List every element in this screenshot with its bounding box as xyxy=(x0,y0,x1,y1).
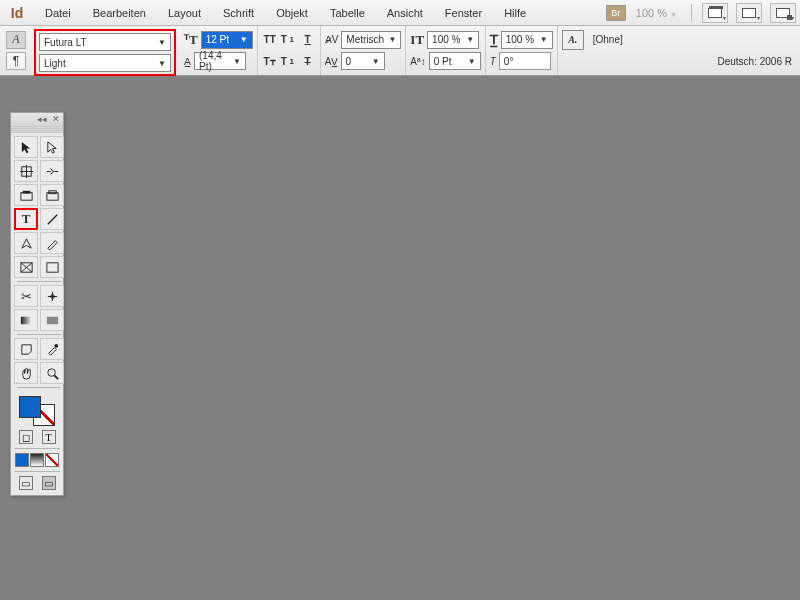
menu-datei[interactable]: Datei xyxy=(34,0,82,25)
font-style-value: Light xyxy=(44,58,66,69)
gradient-swatch-tool[interactable] xyxy=(14,309,38,331)
svg-rect-15 xyxy=(20,316,31,324)
strike-button[interactable]: T xyxy=(300,53,316,69)
workspace-icon[interactable]: ▾ xyxy=(770,3,796,23)
language-value[interactable]: Deutsch: 2006 R xyxy=(718,56,793,67)
skew-field[interactable]: 0° xyxy=(499,52,551,70)
font-size-icon: ᵀT xyxy=(184,32,198,48)
app-logo: Id xyxy=(0,5,34,21)
hscale-value: 100 % xyxy=(506,34,534,45)
skew-icon: T xyxy=(490,56,496,67)
note-tool[interactable] xyxy=(14,338,38,360)
apply-none-button[interactable] xyxy=(45,453,59,467)
svg-line-9 xyxy=(47,214,56,223)
vscale-dropdown[interactable]: 100 %▼ xyxy=(427,31,479,49)
rect-frame-tool[interactable] xyxy=(14,256,38,278)
menu-ansicht[interactable]: Ansicht xyxy=(376,0,434,25)
apply-gradient-button[interactable] xyxy=(30,453,44,467)
hscale-icon: T̲ xyxy=(490,32,498,48)
char-mode-button[interactable]: A xyxy=(6,31,26,49)
menu-bearbeiten[interactable]: Bearbeiten xyxy=(82,0,157,25)
vscale-icon: IT xyxy=(410,32,424,48)
menu-fenster[interactable]: Fenster xyxy=(434,0,493,25)
hscale-dropdown[interactable]: 100 %▼ xyxy=(501,31,553,49)
font-size-dropdown[interactable]: 12 Pt▼ xyxy=(201,31,253,49)
pencil-tool[interactable] xyxy=(40,232,64,254)
tools-panel: ◂◂ ✕ T ✂ ◻ T xyxy=(10,112,64,496)
svg-point-18 xyxy=(47,368,55,376)
bridge-button[interactable]: Br xyxy=(606,5,626,21)
menu-tabelle[interactable]: Tabelle xyxy=(319,0,376,25)
free-transform-tool[interactable] xyxy=(40,285,64,307)
skew-value: 0° xyxy=(504,56,514,67)
font-style-dropdown[interactable]: Light▼ xyxy=(39,54,171,72)
view-mode-preview[interactable]: ▭ xyxy=(42,476,56,490)
kerning-dropdown[interactable]: Metrisch▼ xyxy=(341,31,401,49)
kerning-value: Metrisch xyxy=(346,34,384,45)
char-style-icon: A. xyxy=(562,30,584,50)
subscript-button[interactable]: T1 xyxy=(281,53,297,69)
format-text-button[interactable]: T xyxy=(42,430,56,444)
smallcaps-button[interactable]: Tᴛ xyxy=(262,53,278,69)
selection-tool[interactable] xyxy=(14,136,38,158)
scissors-tool[interactable]: ✂ xyxy=(14,285,38,307)
leading-value: (14,4 Pt) xyxy=(199,50,233,72)
eyedropper-tool[interactable] xyxy=(40,338,64,360)
svg-point-17 xyxy=(54,343,58,347)
content-collector-tool[interactable] xyxy=(14,184,38,206)
arrange-docs-icon[interactable]: ▾ xyxy=(736,3,762,23)
kerning-icon: A̷V xyxy=(325,34,339,45)
svg-rect-16 xyxy=(46,316,57,324)
menu-schrift[interactable]: Schrift xyxy=(212,0,265,25)
superscript-button[interactable]: T1 xyxy=(281,32,297,48)
allcaps-button[interactable]: TT xyxy=(262,32,278,48)
tracking-value: 0 xyxy=(346,56,352,67)
line-tool[interactable] xyxy=(40,208,64,230)
fill-swatch[interactable] xyxy=(19,396,41,418)
char-style-value[interactable]: [Ohne] xyxy=(593,34,623,45)
svg-rect-5 xyxy=(20,192,31,200)
type-tool[interactable]: T xyxy=(14,208,38,230)
menu-hilfe[interactable]: Hilfe xyxy=(493,0,537,25)
font-selection-highlight: Futura LT▼ Light▼ xyxy=(34,29,176,76)
caps-group: TT T1 T xyxy=(262,30,316,50)
leading-dropdown[interactable]: (14,4 Pt)▼ xyxy=(194,52,246,70)
svg-rect-13 xyxy=(46,262,57,271)
menu-objekt[interactable]: Objekt xyxy=(265,0,319,25)
baseline-dropdown[interactable]: 0 Pt▼ xyxy=(429,52,481,70)
view-mode-normal[interactable]: ▭ xyxy=(19,476,33,490)
zoom-tool[interactable] xyxy=(40,362,64,384)
menu-bar: Id Datei Bearbeiten Layout Schrift Objek… xyxy=(0,0,800,26)
hand-tool[interactable] xyxy=(14,362,38,384)
baseline-value: 0 Pt xyxy=(434,56,452,67)
gap-tool[interactable] xyxy=(40,160,64,182)
zoom-display[interactable]: 100 %▼ xyxy=(636,7,677,19)
content-placer-tool[interactable] xyxy=(40,184,64,206)
fill-stroke-swatch[interactable] xyxy=(19,396,55,426)
direct-selection-tool[interactable] xyxy=(40,136,64,158)
tracking-icon: AV̲ xyxy=(325,56,338,67)
font-family-value: Futura LT xyxy=(44,37,87,48)
tools-grip[interactable] xyxy=(11,125,63,133)
baseline-icon: Aª↕ xyxy=(410,56,425,67)
control-bar: A ¶ Futura LT▼ Light▼ ᵀT 12 Pt▼ A̲ (14,4… xyxy=(0,26,800,76)
screen-mode-icon[interactable]: ▾ xyxy=(702,3,728,23)
gradient-feather-tool[interactable] xyxy=(40,309,64,331)
apply-color-button[interactable] xyxy=(15,453,29,467)
menu-layout[interactable]: Layout xyxy=(157,0,212,25)
tracking-dropdown[interactable]: 0▼ xyxy=(341,52,385,70)
page-tool[interactable] xyxy=(14,160,38,182)
format-container-button[interactable]: ◻ xyxy=(19,430,33,444)
rectangle-tool[interactable] xyxy=(40,256,64,278)
font-family-dropdown[interactable]: Futura LT▼ xyxy=(39,33,171,51)
smallcaps-group: Tᴛ T1 T xyxy=(262,51,316,71)
pen-tool[interactable] xyxy=(14,232,38,254)
vscale-value: 100 % xyxy=(432,34,460,45)
svg-line-19 xyxy=(54,375,58,379)
para-mode-button[interactable]: ¶ xyxy=(6,52,26,70)
tools-titlebar[interactable]: ◂◂ ✕ xyxy=(11,113,63,125)
underline-button[interactable]: T xyxy=(300,32,316,48)
leading-icon: A̲ xyxy=(184,56,191,67)
svg-rect-6 xyxy=(22,190,30,193)
font-size-value: 12 Pt xyxy=(206,34,229,45)
